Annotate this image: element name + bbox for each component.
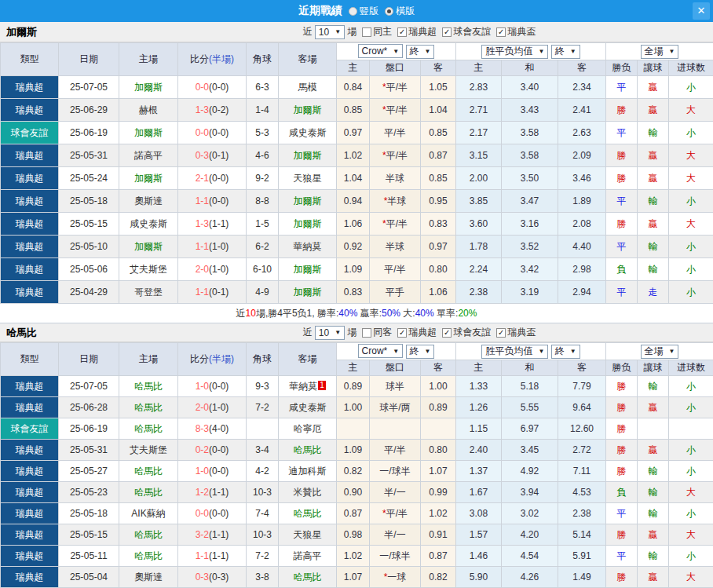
away-team-link[interactable]: 加爾斯: [294, 218, 322, 229]
away-team-link[interactable]: 華納莫: [294, 241, 322, 252]
away-team-cell[interactable]: 加爾斯: [279, 281, 337, 304]
home-team-cell[interactable]: 哈馬比: [119, 461, 178, 482]
home-team-link[interactable]: 哈馬比: [134, 529, 163, 540]
home-team-link[interactable]: 哈馬比: [134, 466, 163, 477]
away-team-cell[interactable]: 華納莫: [279, 236, 337, 258]
home-team-link[interactable]: 加爾斯: [134, 127, 163, 138]
radio-unselected-icon[interactable]: [349, 7, 357, 16]
checkbox-unchecked-icon[interactable]: [362, 27, 371, 37]
away-team-cell[interactable]: 哈馬比: [279, 567, 337, 588]
bookmaker-select[interactable]: Crow*▼: [358, 344, 404, 358]
away-team-link[interactable]: 加爾斯: [294, 150, 322, 161]
home-team-cell[interactable]: 哥登堡: [119, 281, 178, 304]
home-team-cell[interactable]: 哈馬比: [119, 546, 178, 567]
home-team-link[interactable]: 加爾斯: [134, 82, 163, 93]
away-team-link[interactable]: 天狼星: [294, 173, 322, 184]
checkbox-unchecked-icon[interactable]: [362, 328, 371, 338]
away-team-cell[interactable]: 天狼星: [279, 167, 337, 190]
home-team-link[interactable]: 奧斯達: [134, 572, 163, 583]
close-button[interactable]: ✕: [693, 2, 710, 20]
home-team-link[interactable]: 哈馬比: [134, 550, 163, 561]
away-team-cell[interactable]: 米贊比: [279, 482, 337, 503]
away-team-cell[interactable]: 諾高平: [279, 546, 337, 567]
layout-vertical-option[interactable]: 豎版: [349, 5, 378, 18]
away-team-cell[interactable]: 加爾斯: [279, 190, 337, 213]
checkbox-checked-icon[interactable]: ✓: [397, 27, 407, 37]
home-team-cell[interactable]: 奧斯達: [119, 567, 178, 588]
home-team-link[interactable]: AIK蘇納: [131, 508, 165, 519]
home-team-cell[interactable]: 哈馬比: [119, 524, 178, 546]
home-team-link[interactable]: 艾夫斯堡: [130, 264, 167, 275]
comp-allsvenskan-checkbox[interactable]: ✓瑞典超: [397, 326, 437, 339]
home-team-link[interactable]: 赫根: [139, 104, 158, 115]
away-team-link[interactable]: 華納莫: [289, 381, 317, 392]
same-away-checkbox[interactable]: 同客: [362, 326, 392, 339]
home-team-cell[interactable]: 加爾斯: [119, 167, 178, 190]
home-team-cell[interactable]: 哈馬比: [119, 418, 178, 440]
away-team-link[interactable]: 哈馬比: [294, 572, 322, 583]
home-team-cell[interactable]: 奧斯達: [119, 190, 178, 213]
home-team-link[interactable]: 哈馬比: [134, 487, 163, 498]
comp-allsvenskan-checkbox[interactable]: ✓瑞典超: [397, 25, 437, 38]
away-team-cell[interactable]: 咸史泰斯: [279, 122, 337, 144]
away-team-cell[interactable]: 哈馬比: [279, 440, 337, 461]
away-team-link[interactable]: 馬模: [298, 82, 317, 93]
away-team-link[interactable]: 米贊比: [294, 487, 322, 498]
radio-selected-icon[interactable]: [385, 7, 393, 16]
away-team-link[interactable]: 加爾斯: [294, 104, 322, 115]
avg-odds-select[interactable]: 胜平负均值▼: [481, 345, 548, 359]
home-team-cell[interactable]: 艾夫斯堡: [119, 440, 178, 461]
away-team-link[interactable]: 哈寧厄: [294, 423, 322, 434]
final-odds-select[interactable]: 終▼: [406, 45, 435, 59]
bookmaker-select[interactable]: Crow*▼: [358, 44, 404, 58]
home-team-cell[interactable]: 諾高平: [119, 144, 178, 167]
match-count-select[interactable]: 10▼: [315, 326, 345, 340]
away-team-link[interactable]: 諾高平: [294, 550, 322, 561]
comp-friendly-checkbox[interactable]: ✓球會友誼: [442, 25, 491, 38]
away-team-cell[interactable]: 哈寧厄: [279, 418, 337, 440]
home-team-cell[interactable]: 加爾斯: [119, 76, 178, 99]
away-team-cell[interactable]: 咸史泰斯: [279, 397, 337, 418]
home-team-link[interactable]: 哈馬比: [134, 402, 163, 413]
away-team-link[interactable]: 哈馬比: [294, 444, 322, 455]
home-team-cell[interactable]: AIK蘇納: [119, 503, 178, 524]
final-odds-select2[interactable]: 終▼: [551, 45, 580, 59]
avg-odds-select[interactable]: 胜平负均值▼: [481, 45, 548, 59]
home-team-link[interactable]: 咸史泰斯: [130, 218, 167, 229]
home-team-link[interactable]: 加爾斯: [134, 173, 163, 184]
away-team-cell[interactable]: 天狼星: [279, 524, 337, 546]
away-team-cell[interactable]: 哈馬比: [279, 503, 337, 524]
away-team-cell[interactable]: 迪加科斯: [279, 461, 337, 482]
home-team-cell[interactable]: 哈馬比: [119, 482, 178, 503]
same-home-checkbox[interactable]: 同主: [362, 25, 392, 38]
final-odds-select[interactable]: 終▼: [406, 345, 435, 359]
home-team-cell[interactable]: 加爾斯: [119, 236, 178, 258]
away-team-cell[interactable]: 加爾斯: [279, 213, 337, 236]
comp-cup-checkbox[interactable]: ✓瑞典盃: [496, 326, 536, 339]
away-team-cell[interactable]: 加爾斯: [279, 258, 337, 281]
away-team-link[interactable]: 加爾斯: [294, 264, 322, 275]
away-team-cell[interactable]: 馬模: [279, 76, 337, 99]
home-team-link[interactable]: 加爾斯: [134, 241, 163, 252]
home-team-cell[interactable]: 赫根: [119, 99, 178, 122]
checkbox-checked-icon[interactable]: ✓: [496, 27, 506, 37]
comp-friendly-checkbox[interactable]: ✓球會友誼: [442, 326, 491, 339]
home-team-link[interactable]: 諾高平: [134, 150, 163, 161]
away-team-link[interactable]: 天狼星: [294, 529, 322, 540]
away-team-link[interactable]: 哈馬比: [294, 508, 322, 519]
home-team-cell[interactable]: 哈馬比: [119, 397, 178, 418]
scope-select[interactable]: 全場▼: [641, 45, 679, 59]
away-team-link[interactable]: 加爾斯: [294, 287, 322, 298]
home-team-cell[interactable]: 加爾斯: [119, 122, 178, 144]
home-team-link[interactable]: 艾夫斯堡: [130, 444, 167, 455]
match-count-select[interactable]: 10▼: [315, 25, 345, 39]
away-team-link[interactable]: 迪加科斯: [289, 466, 327, 477]
home-team-cell[interactable]: 艾夫斯堡: [119, 258, 178, 281]
checkbox-checked-icon[interactable]: ✓: [496, 328, 506, 338]
home-team-link[interactable]: 哈馬比: [134, 381, 163, 392]
away-team-link[interactable]: 加爾斯: [294, 195, 322, 206]
checkbox-checked-icon[interactable]: ✓: [442, 328, 452, 338]
checkbox-checked-icon[interactable]: ✓: [442, 27, 452, 37]
away-team-cell[interactable]: 華納莫1: [279, 376, 337, 397]
away-team-link[interactable]: 咸史泰斯: [289, 127, 327, 138]
